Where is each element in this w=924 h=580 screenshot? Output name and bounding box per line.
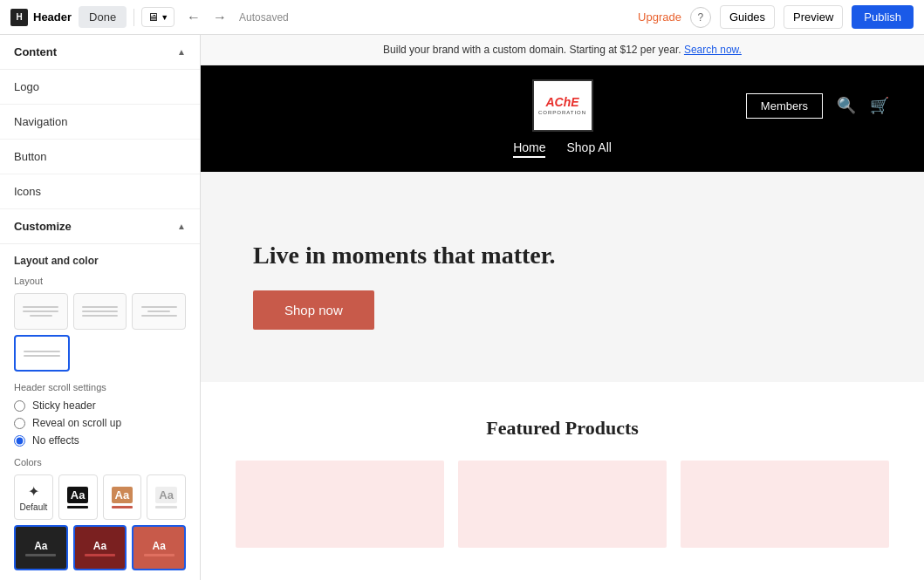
sticky-header-radio[interactable] — [14, 400, 25, 412]
scroll-radio-group: Sticky header Reveal on scroll up No eff… — [14, 399, 186, 447]
swatch2-aa: Aa — [152, 540, 165, 552]
site-logo: AChE CORPORATION — [532, 79, 593, 132]
no-effects-radio[interactable] — [14, 435, 25, 447]
reveal-scroll-option[interactable]: Reveal on scroll up — [14, 417, 186, 429]
site-header: AChE CORPORATION Members 🔍 🛒 Home — [201, 65, 924, 172]
cart-icon[interactable]: 🛒 — [870, 96, 889, 115]
swatch-bar2 — [144, 554, 175, 556]
app-logo: H Header — [10, 9, 72, 26]
sticky-header-option[interactable]: Sticky header — [14, 399, 186, 412]
customize-chevron-icon: ▲ — [177, 222, 186, 231]
app-name: Header — [33, 10, 72, 24]
no-effects-option[interactable]: No effects — [14, 434, 186, 447]
swatch-bar — [155, 506, 176, 508]
color-swatch-red[interactable]: Aa — [103, 474, 142, 520]
products-grid — [236, 461, 889, 548]
hero-headline: Live in moments that matter. — [253, 242, 872, 270]
color-swatch-icon: ✦ — [28, 483, 39, 500]
publish-button[interactable]: Publish — [852, 5, 914, 29]
color-swatch-default[interactable]: ✦ Default — [14, 474, 53, 520]
layout-option-row2 — [14, 335, 186, 372]
site-logo-sub: CORPORATION — [538, 110, 586, 115]
content-chevron-icon: ▲ — [177, 47, 186, 57]
layout-color-label: Layout and color — [14, 255, 186, 267]
layout-line — [24, 355, 60, 357]
undo-button[interactable]: ← — [181, 8, 206, 27]
featured-title: Featured Products — [236, 417, 889, 440]
color-swatches-row1: ✦ Default Aa Aa Aa — [14, 474, 186, 520]
color-swatch2-red[interactable]: Aa — [132, 525, 186, 570]
nav-link-shop[interactable]: Shop All — [566, 140, 611, 158]
layout-option-3[interactable] — [132, 293, 186, 330]
customize-panel: Layout and color Layout — [0, 244, 200, 580]
layout-line — [23, 306, 58, 308]
layout-option-2[interactable] — [73, 293, 127, 330]
color-swatch2-dark[interactable]: Aa — [14, 525, 68, 570]
layout-line — [30, 315, 52, 317]
layout-line — [23, 310, 58, 312]
layout-option-4[interactable] — [14, 335, 70, 372]
layout-line — [82, 310, 118, 312]
layout-line — [82, 306, 118, 308]
shop-now-button[interactable]: Shop now — [253, 290, 374, 330]
layout-line — [147, 310, 170, 312]
top-bar: H Header Done 🖥 ▼ ← → Autosaved Upgrade … — [0, 0, 924, 35]
upgrade-button[interactable]: Upgrade — [638, 10, 681, 24]
website-preview: AChE CORPORATION Members 🔍 🛒 Home — [201, 65, 924, 580]
members-button[interactable]: Members — [746, 93, 823, 119]
color-swatch-black[interactable]: Aa — [58, 474, 98, 520]
promo-link[interactable]: Search now. — [684, 44, 742, 56]
app-logo-icon: H — [10, 9, 28, 26]
sidebar-item-button[interactable]: Button — [0, 140, 200, 174]
content-section-title: Content — [14, 45, 57, 58]
product-card-3 — [681, 461, 889, 548]
main-layout: Content ▲ Logo Navigation Button Icons C… — [0, 35, 924, 580]
hero-section: Live in moments that matter. Shop now — [201, 172, 924, 382]
site-logo-text: AChE — [545, 96, 578, 108]
reveal-scroll-radio[interactable] — [14, 418, 25, 429]
colors-section: Colors ✦ Default Aa Aa — [14, 457, 186, 570]
color-swatch2-darkred[interactable]: Aa — [73, 525, 127, 570]
layout-line — [24, 351, 60, 352]
swatch-bar2 — [25, 554, 56, 556]
redo-button[interactable]: → — [208, 8, 232, 27]
preview-button[interactable]: Preview — [784, 5, 843, 29]
nav-link-home[interactable]: Home — [513, 140, 545, 158]
scroll-settings: Header scroll settings Sticky header Rev… — [14, 382, 186, 447]
sidebar: Content ▲ Logo Navigation Button Icons C… — [0, 35, 201, 580]
search-icon[interactable]: 🔍 — [837, 96, 856, 115]
sticky-header-label: Sticky header — [32, 399, 96, 412]
color-swatch-light[interactable]: Aa — [147, 474, 186, 520]
autosaved-status: Autosaved — [239, 11, 289, 24]
scroll-label: Header scroll settings — [14, 382, 186, 392]
swatch-bar — [112, 506, 133, 508]
content-section-header[interactable]: Content ▲ — [0, 35, 200, 70]
device-selector[interactable]: 🖥 ▼ — [141, 7, 175, 27]
layout-option-1[interactable] — [14, 293, 68, 330]
layout-line — [82, 315, 118, 317]
help-button[interactable]: ? — [690, 7, 711, 28]
layout-line — [141, 306, 177, 308]
site-nav: Home Shop All — [513, 140, 612, 158]
desktop-icon: 🖥 — [147, 10, 159, 24]
no-effects-label: No effects — [32, 434, 79, 447]
swatch-bar2 — [85, 554, 115, 556]
color-swatches-row2: Aa Aa Aa — [14, 525, 186, 570]
featured-section: Featured Products — [201, 382, 924, 580]
customize-section-header[interactable]: Customize ▲ — [0, 209, 200, 244]
swatch2-aa: Aa — [93, 540, 106, 552]
sidebar-item-icons[interactable]: Icons — [0, 174, 200, 209]
sidebar-item-navigation[interactable]: Navigation — [0, 105, 200, 140]
swatch-aa-text: Aa — [67, 487, 89, 503]
site-icons: 🔍 🛒 — [837, 96, 889, 115]
customize-section-title: Customize — [14, 220, 72, 233]
canvas-area: Build your brand with a custom domain. S… — [201, 35, 924, 580]
guides-button[interactable]: Guides — [720, 5, 775, 29]
sidebar-item-logo[interactable]: Logo — [0, 70, 200, 105]
done-button[interactable]: Done — [79, 6, 127, 28]
chevron-down-icon: ▼ — [161, 13, 168, 22]
site-logo-wrap: AChE CORPORATION — [454, 79, 672, 132]
reveal-scroll-label: Reveal on scroll up — [32, 417, 121, 429]
swatch-aa-text: Aa — [155, 487, 177, 503]
top-bar-left: H Header Done 🖥 ▼ ← → Autosaved — [10, 6, 631, 28]
